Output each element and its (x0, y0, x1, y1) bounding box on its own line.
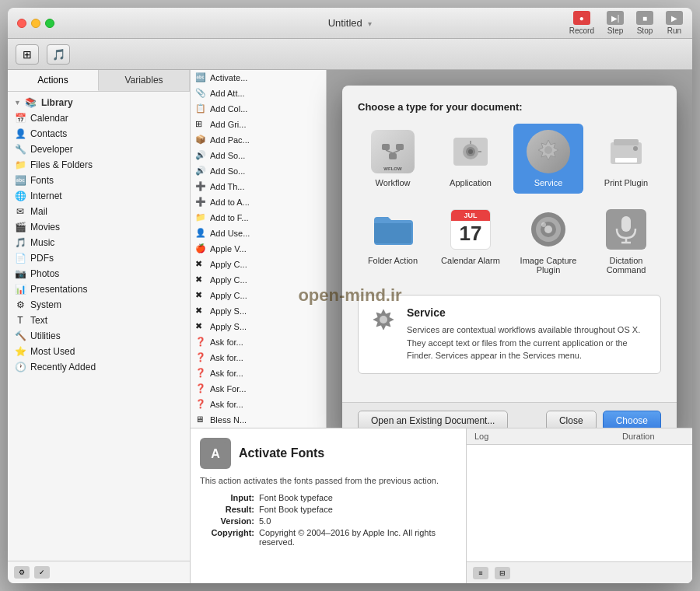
recentlyadded-icon: 🕐 (14, 361, 26, 373)
action-item-blessn[interactable]: 🖥 Bless N... (191, 412, 326, 428)
action-askfor5-icon: ❓ (195, 399, 206, 410)
stop-label: Stop (637, 26, 653, 35)
minimize-button[interactable] (31, 19, 40, 28)
folder-action-label: Folder Action (368, 256, 418, 265)
action-item-askfor2[interactable]: ❓ Ask for... (191, 350, 326, 365)
action-item-addso1[interactable]: 🔊 Add So... (191, 148, 326, 163)
library-button[interactable]: ⊞ (16, 44, 39, 65)
sidebar-item-movies-label: Movies (30, 222, 60, 233)
action-item-addth[interactable]: ➕ Add Th... (191, 179, 326, 194)
action-item-applev[interactable]: 🍎 Apple V... (191, 241, 326, 257)
stop-button[interactable]: ■ Stop (636, 11, 653, 35)
sidebar-item-system[interactable]: ⚙ System (8, 297, 190, 313)
doc-type-folder-action[interactable]: Folder Action (358, 201, 428, 281)
doc-type-print-plugin[interactable]: Print Plugin (591, 124, 661, 194)
tab-actions[interactable]: Actions (8, 70, 99, 91)
sidebar-item-mostused[interactable]: ⭐ Most Used (8, 344, 190, 359)
record-button[interactable]: ● Record (569, 11, 594, 35)
action-item-applyc1[interactable]: ✖ Apply C... (191, 257, 326, 272)
close-button[interactable] (17, 19, 26, 28)
info-panel-description: This action activates the fonts passed f… (200, 475, 457, 487)
sidebar-item-files[interactable]: 📁 Files & Folders (8, 157, 190, 173)
sidebar-item-pdfs-label: PDFs (30, 253, 54, 264)
open-existing-button[interactable]: Open an Existing Document... (358, 411, 508, 428)
close-button[interactable]: Close (546, 411, 597, 428)
action-item-askfor5[interactable]: ❓ Ask for... (191, 397, 326, 412)
action-askFor4-icon: ❓ (195, 383, 206, 394)
action-item-addcol[interactable]: 📋 Add Col... (191, 101, 326, 117)
doc-type-workflow[interactable]: WFLOW Workflow (358, 124, 428, 194)
log-panel: Log Duration ≡ ⊟ (467, 428, 692, 583)
action-item-addpac[interactable]: 📦 Add Pac... (191, 132, 326, 148)
action-item-addgri[interactable]: ⊞ Add Gri... (191, 117, 326, 132)
doc-type-service[interactable]: Service (513, 124, 583, 194)
action-item-applyc2[interactable]: ✖ Apply C... (191, 272, 326, 288)
action-addgri-icon: ⊞ (195, 119, 206, 130)
action-item-applys2[interactable]: ✖ Apply S... (191, 319, 326, 334)
choose-button[interactable]: Choose (603, 411, 661, 428)
doc-type-image-capture[interactable]: Image Capture Plugin (513, 201, 583, 281)
modal-title: Choose a type for your document: (358, 101, 661, 113)
library-icon: ⊞ (23, 48, 32, 61)
sidebar-item-movies[interactable]: 🎬 Movies (8, 219, 190, 235)
action-item-applys1[interactable]: ✖ Apply S... (191, 303, 326, 319)
run-button[interactable]: ▶ Run (666, 11, 683, 35)
sidebar-item-presentations[interactable]: 📊 Presentations (8, 282, 190, 297)
action-item-askfor3[interactable]: ❓ Ask for... (191, 365, 326, 381)
sidebar-item-text[interactable]: T Text (8, 313, 190, 328)
sidebar-item-internet[interactable]: 🌐 Internet (8, 188, 190, 204)
sidebar-gear-button[interactable]: ⚙ (14, 566, 30, 579)
action-item-askFor4[interactable]: ❓ Ask For... (191, 381, 326, 397)
action-item-addatt[interactable]: 📎 Add Att... (191, 86, 326, 101)
sidebar-item-music[interactable]: 🎵 Music (8, 235, 190, 250)
action-item-addso2[interactable]: 🔊 Add So... (191, 163, 326, 179)
sidebar-check-button[interactable]: ✓ (34, 566, 50, 579)
sidebar-item-utilities[interactable]: 🔨 Utilities (8, 328, 190, 344)
sidebar-item-calendar[interactable]: 📅 Calendar (8, 110, 190, 126)
contacts-icon: 👤 (14, 128, 26, 140)
service-icon (527, 130, 570, 173)
doc-type-dictation[interactable]: Dictation Command (591, 201, 661, 281)
action-item-activate[interactable]: 🔤 Activate... (191, 70, 326, 86)
action-adduse-icon: 👤 (195, 228, 206, 239)
action-item-applyc3[interactable]: ✖ Apply C... (191, 288, 326, 303)
action-item-askfor1[interactable]: ❓ Ask for... (191, 334, 326, 350)
action-addth-icon: ➕ (195, 181, 206, 192)
info-row-copyright: Copyright: Copyright © 2004–2016 by Appl… (200, 528, 457, 547)
doc-type-calendar-alarm[interactable]: JUL 17 Calendar Alarm (436, 201, 506, 281)
sidebar-item-fonts[interactable]: 🔤 Fonts (8, 173, 190, 188)
developer-icon: 🔧 (14, 143, 26, 156)
sidebar-item-developer[interactable]: 🔧 Developer (8, 142, 190, 157)
gear-icon: ⚙ (19, 568, 25, 576)
calendar-alarm-icon: JUL 17 (449, 208, 492, 251)
info-result-label: Result: (200, 505, 254, 514)
log-list-view-button[interactable]: ≡ (473, 567, 488, 579)
sidebar-item-recentlyadded[interactable]: 🕐 Recently Added (8, 359, 190, 375)
calendar-day: 17 (451, 221, 490, 247)
sidebar-item-contacts[interactable]: 👤 Contacts (8, 126, 190, 142)
media-button[interactable]: 🎵 (47, 44, 70, 65)
tab-bar: Actions Variables (8, 70, 190, 92)
sidebar-library-header[interactable]: ▼ 📚 Library (8, 95, 190, 110)
title-dropdown-arrow[interactable]: ▾ (368, 19, 372, 28)
info-input-value: Font Book typeface (259, 493, 333, 502)
sidebar: Actions Variables ▼ 📚 Library 📅 Calendar (8, 70, 191, 583)
doc-type-application[interactable]: Application (436, 124, 506, 194)
action-item-adduse[interactable]: 👤 Add Use... (191, 226, 326, 241)
service-description-text: Service Services are contextual workflow… (407, 306, 649, 362)
action-item-addtoa[interactable]: ➕ Add to A... (191, 194, 326, 210)
action-addcol-icon: 📋 (195, 103, 206, 114)
modal-overlay: Choose a type for your document: (327, 70, 692, 428)
step-button[interactable]: ▶| Step (607, 11, 624, 35)
sidebar-item-music-label: Music (30, 237, 54, 248)
action-item-addtof[interactable]: 📁 Add to F... (191, 210, 326, 226)
maximize-button[interactable] (45, 19, 54, 28)
sidebar-item-calendar-label: Calendar (30, 113, 68, 124)
sidebar-item-mail[interactable]: ✉ Mail (8, 204, 190, 219)
log-detail-view-button[interactable]: ⊟ (495, 567, 510, 579)
sidebar-item-photos[interactable]: 📷 Photos (8, 266, 190, 282)
tab-variables[interactable]: Variables (99, 70, 190, 91)
info-input-label: Input: (200, 493, 254, 502)
sidebar-item-pdfs[interactable]: 📄 PDFs (8, 250, 190, 266)
utilities-icon: 🔨 (14, 330, 26, 342)
